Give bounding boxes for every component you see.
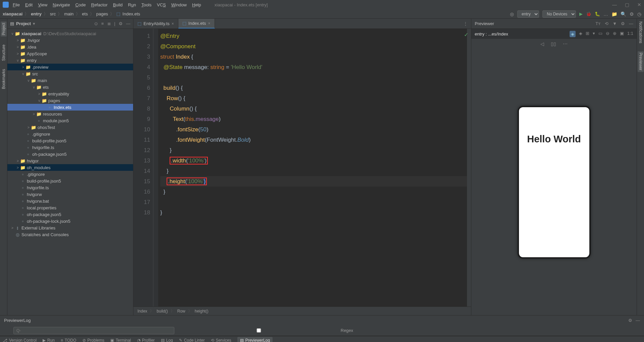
close-icon[interactable]: × — [172, 21, 174, 26]
menu-run[interactable]: Run — [128, 2, 136, 7]
stop-icon[interactable]: … — [603, 11, 608, 17]
menu-view[interactable]: View — [38, 2, 47, 7]
tabs-more-icon[interactable]: ⋮ — [460, 19, 471, 28]
expand-all-icon[interactable]: ≡ — [101, 21, 104, 26]
menu-vcs[interactable]: VCS — [157, 2, 166, 7]
tree-item[interactable]: >📁hvigor — [7, 157, 133, 164]
tree-item[interactable]: v📁src — [7, 70, 133, 77]
log-search-input[interactable] — [13, 327, 174, 334]
tool-services[interactable]: ⟲ Services — [211, 338, 231, 342]
folder-icon[interactable]: 📁 — [611, 11, 617, 17]
close-icon[interactable]: ✕ — [637, 2, 641, 7]
tree-item[interactable]: ▫oh-package-lock.json5 — [7, 218, 133, 224]
menu-refactor[interactable]: Refactor — [91, 2, 108, 7]
run-icon[interactable]: ▶ — [579, 11, 583, 16]
font-icon[interactable]: Tᴛ — [595, 21, 601, 26]
tool-structure[interactable]: Structure — [1, 45, 6, 61]
tree-root[interactable]: v📁 xiaopacai D:\DevEcoStudio\xiaopacai — [7, 30, 133, 37]
menu-navigate[interactable]: Navigate — [53, 2, 70, 7]
tree-item[interactable]: ▫hvigorw — [7, 191, 133, 198]
tree-item[interactable]: >📁AppScope — [7, 50, 133, 57]
breadcrumb-item[interactable]: entry — [31, 11, 42, 16]
tool-version-control[interactable]: ⎇ Version Control — [3, 338, 37, 342]
tree-item[interactable]: ▫.gitignore — [7, 131, 133, 137]
fit-icon[interactable]: ▣ — [620, 31, 624, 37]
hide-icon[interactable]: — — [636, 318, 640, 323]
maximize-icon[interactable]: ▢ — [625, 2, 629, 7]
inspect-icon[interactable]: ▼ — [612, 21, 617, 26]
search-icon[interactable]: 🔍 — [621, 11, 626, 17]
collapse-all-icon[interactable]: ≣ — [107, 21, 111, 26]
settings-icon[interactable]: ⚙ — [628, 318, 632, 323]
hide-icon[interactable]: — — [126, 21, 130, 26]
close-icon[interactable]: × — [208, 21, 211, 26]
tree-item[interactable]: ▫oh-package.json5 — [7, 211, 133, 218]
attach-icon[interactable]: 🐛 — [595, 11, 600, 16]
tool-previewer-log[interactable]: ▤ PreviewerLog — [237, 337, 273, 342]
menu-tools[interactable]: Tools — [141, 2, 152, 7]
regex-checkbox[interactable]: Regex — [178, 328, 353, 333]
grid-icon[interactable]: ⊞ — [586, 31, 589, 37]
tool-notifications[interactable]: Notifications — [638, 21, 643, 43]
debug-icon[interactable]: 🐞 — [586, 11, 591, 16]
tree-item[interactable]: >📁.hvigor — [7, 37, 133, 44]
minimize-icon[interactable]: — — [612, 2, 617, 7]
tree-item[interactable]: v📁main — [7, 77, 133, 84]
crumb[interactable]: height() — [195, 309, 209, 314]
tool-previewer[interactable]: Previewer — [638, 51, 644, 72]
rotate-icon[interactable]: ▭ — [598, 31, 602, 37]
crumb[interactable]: build() — [157, 309, 168, 314]
tree-item[interactable]: >📁ohosTest — [7, 124, 133, 131]
breadcrumb-item[interactable]: Index.ets — [122, 11, 140, 16]
tree-item[interactable]: ▫hvigorfile.ts — [7, 184, 133, 191]
tool-run[interactable]: ▶ Run — [43, 338, 55, 342]
tree-item[interactable]: v📁entry — [7, 57, 133, 64]
breadcrumb-item[interactable]: main — [64, 11, 73, 16]
split-icon[interactable]: ▯▯ — [551, 41, 556, 47]
tree-item[interactable]: ▫build-profile.json5 — [7, 137, 133, 144]
tree-item[interactable]: >⫿External Libraries — [7, 224, 133, 231]
more-icon[interactable]: ⋯ — [563, 41, 568, 47]
tool-todo[interactable]: ≡ TODO — [61, 338, 76, 342]
tool-log[interactable]: ▤ Log — [161, 338, 173, 342]
tree-item[interactable]: >📁entryability — [7, 90, 133, 97]
auto-refresh-icon[interactable]: ◈ — [570, 31, 576, 37]
tree-item[interactable]: >📁resources — [7, 111, 133, 117]
tree-item[interactable]: ▫.gitignore — [7, 171, 133, 178]
tab-index[interactable]: ⬚Index.ets× — [178, 19, 215, 28]
tree-item[interactable]: ▫Index.ets — [7, 104, 133, 111]
settings-icon[interactable]: ⚙ — [119, 21, 123, 26]
target-icon[interactable]: ◎ — [510, 11, 514, 17]
breadcrumb-item[interactable]: pages — [96, 11, 108, 16]
hide-icon[interactable]: — — [629, 21, 633, 26]
code-area[interactable]: ✓ 123456789101112131415161718 @Entry @Co… — [133, 29, 471, 306]
tree-item[interactable]: >📁.idea — [7, 44, 133, 50]
tree-item[interactable]: ▫oh-package.json5 — [7, 151, 133, 157]
tree-item[interactable]: v📁pages — [7, 97, 133, 104]
settings-icon[interactable]: ⚙ — [621, 21, 625, 26]
account-icon[interactable]: ◷ — [637, 11, 641, 17]
menu-help[interactable]: Help — [192, 2, 201, 7]
menu-window[interactable]: Window — [171, 2, 187, 7]
tool-problems[interactable]: ⊘ Problems — [82, 338, 105, 342]
tree-item[interactable]: v📁ets — [7, 84, 133, 90]
tree-item[interactable]: >📁oh_modules — [7, 164, 133, 171]
tree-item[interactable]: ▫build-profile.json5 — [7, 178, 133, 184]
device-selector[interactable]: No Devices — [542, 10, 576, 18]
crumb[interactable]: Index — [137, 309, 147, 314]
tree-item[interactable]: ◎Scratches and Consoles — [7, 231, 133, 238]
menu-file[interactable]: File — [13, 2, 20, 7]
tab-entryability[interactable]: ⬚EntryAbility.ts× — [133, 19, 178, 28]
project-dropdown-icon[interactable]: ▾ — [33, 21, 35, 26]
menu-edit[interactable]: Edit — [25, 2, 33, 7]
zoom-in-icon[interactable]: ⊕ — [613, 31, 617, 37]
tree-item[interactable]: ▫module.json5 — [7, 117, 133, 124]
tree-item[interactable]: >📁.preview — [7, 64, 133, 70]
menu-build[interactable]: Build — [113, 2, 123, 7]
module-selector[interactable]: entry — [517, 10, 539, 18]
tool-terminal[interactable]: ▣ Terminal — [110, 338, 131, 342]
tree-item[interactable]: ▫local.properties — [7, 204, 133, 211]
tool-profiler[interactable]: ◔ Profiler — [137, 338, 155, 342]
crumb[interactable]: Row — [177, 309, 185, 314]
actual-icon[interactable]: 1:1 — [627, 31, 633, 37]
